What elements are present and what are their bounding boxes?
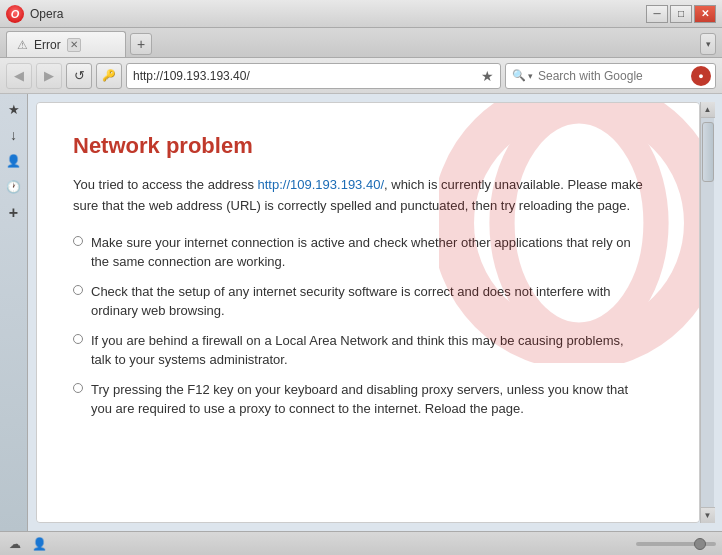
nav-bar: ◀ ▶ ↺ 🔑 ★ 🔍 ▾ ● (0, 58, 722, 94)
address-icons: ★ (481, 68, 494, 84)
star-icon[interactable]: ★ (481, 68, 494, 84)
list-item: Check that the setup of any internet sec… (73, 282, 643, 321)
bullet-icon (73, 334, 83, 344)
tab-bar: ⚠ Error ✕ + ▾ (0, 28, 722, 58)
address-input[interactable] (133, 69, 481, 83)
sidebar-item-bookmarks[interactable]: ★ (3, 98, 25, 120)
minimize-button[interactable]: ─ (646, 5, 668, 23)
list-item-text: Make sure your internet connection is ac… (91, 233, 643, 272)
bullet-icon (73, 383, 83, 393)
error-list: Make sure your internet connection is ac… (73, 233, 663, 419)
tab-bar-right: ▾ (700, 33, 716, 55)
forward-button[interactable]: ▶ (36, 63, 62, 89)
tab-dropdown-button[interactable]: ▾ (700, 33, 716, 55)
list-item: Try pressing the F12 key on your keyboar… (73, 380, 643, 419)
back-button[interactable]: ◀ (6, 63, 32, 89)
user-status-icon[interactable]: 👤 (30, 535, 48, 553)
title-bar-buttons: ─ □ ✕ (646, 5, 716, 23)
sidebar-item-add[interactable]: + (3, 202, 25, 224)
address-bar: ★ (126, 63, 501, 89)
status-bar: ☁ 👤 (0, 531, 722, 555)
search-input[interactable] (538, 69, 688, 83)
cloud-icon[interactable]: ☁ (6, 535, 24, 553)
bullet-icon (73, 236, 83, 246)
bullet-icon (73, 285, 83, 295)
status-slider-area (636, 542, 716, 546)
main-area: ★ ↓ 👤 🕐 + Network problem You tried to a… (0, 94, 722, 531)
search-engine-button[interactable]: 🔍 ▾ (510, 69, 535, 82)
title-bar-text: Opera (30, 7, 646, 21)
sidebar-item-history[interactable]: 🕐 (3, 176, 25, 198)
error-desc-before: You tried to access the address (73, 177, 258, 192)
list-item: Make sure your internet connection is ac… (73, 233, 643, 272)
sidebar-item-downloads[interactable]: ↓ (3, 124, 25, 146)
scrollbar: ▲ ▼ (700, 102, 714, 523)
tab-close-button[interactable]: ✕ (67, 38, 81, 52)
search-engine-icon: 🔍 (512, 69, 526, 82)
search-go-button[interactable]: ● (691, 66, 711, 86)
sidebar: ★ ↓ 👤 🕐 + (0, 94, 28, 531)
browser-content: Network problem You tried to access the … (28, 94, 722, 531)
sidebar-item-contacts[interactable]: 👤 (3, 150, 25, 172)
title-bar: O Opera ─ □ ✕ (0, 0, 722, 28)
scroll-thumb[interactable] (702, 122, 714, 182)
reload-button[interactable]: ↺ (66, 63, 92, 89)
list-item: If you are behind a firewall on a Local … (73, 331, 643, 370)
scroll-up-button[interactable]: ▲ (701, 102, 715, 118)
opera-logo: O (6, 5, 24, 23)
tab-error[interactable]: ⚠ Error ✕ (6, 31, 126, 57)
tab-error-icon: ⚠ (17, 38, 28, 52)
search-bar: 🔍 ▾ ● (505, 63, 716, 89)
error-link[interactable]: http://109.193.193.40/ (258, 177, 385, 192)
search-stop-icon: ● (698, 71, 703, 81)
tab-error-label: Error (34, 38, 61, 52)
search-dropdown-icon: ▾ (528, 71, 533, 81)
list-item-text: Try pressing the F12 key on your keyboar… (91, 380, 643, 419)
scroll-down-button[interactable]: ▼ (701, 507, 715, 523)
list-item-text: If you are behind a firewall on a Local … (91, 331, 643, 370)
page-area: Network problem You tried to access the … (28, 94, 722, 531)
maximize-button[interactable]: □ (670, 5, 692, 23)
list-item-text: Check that the setup of any internet sec… (91, 282, 643, 321)
scroll-track (701, 118, 715, 507)
close-button[interactable]: ✕ (694, 5, 716, 23)
zoom-slider-thumb[interactable] (694, 538, 706, 550)
zoom-slider[interactable] (636, 542, 716, 546)
new-tab-button[interactable]: + (130, 33, 152, 55)
error-description: You tried to access the address http://1… (73, 175, 653, 217)
key-button[interactable]: 🔑 (96, 63, 122, 89)
error-title: Network problem (73, 133, 663, 159)
error-page: Network problem You tried to access the … (36, 102, 700, 523)
